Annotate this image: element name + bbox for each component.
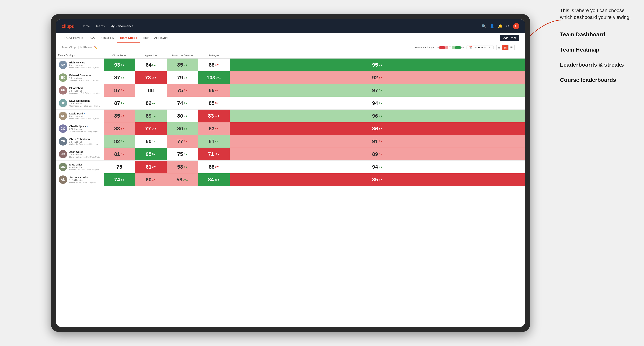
nav-link-home[interactable]: Home	[82, 24, 90, 29]
player-cell-9[interactable]: ANAaron Nicholls11-15 HandicapDrift Golf…	[56, 173, 104, 186]
player-name: Blair McHarg	[69, 61, 101, 64]
score-cell-9-1[interactable]: 601▼	[135, 173, 166, 186]
score-cell-5-0[interactable]: 833▼	[104, 122, 135, 135]
score-cell-3-1[interactable]: 824▲	[135, 97, 166, 110]
tab-pgat-players[interactable]: PGAT Players	[62, 33, 86, 43]
player-cell-3[interactable]: DBDave Billingham1-5 HandicapGog Magog G…	[56, 97, 104, 110]
annotation-item-1: Team Heatmap	[560, 46, 634, 53]
view-list-button[interactable]: ☰	[508, 45, 514, 50]
search-icon[interactable]: 🔍	[482, 24, 486, 28]
score-cell-5-3[interactable]: 836▼	[198, 122, 230, 135]
settings-icon[interactable]: ⚙	[506, 24, 510, 28]
tab-pga[interactable]: PGA	[86, 33, 98, 43]
score-cell-4-4[interactable]: 963▲	[230, 110, 525, 122]
score-cell-3-2[interactable]: 741▲	[166, 97, 198, 110]
score-cell-8-4[interactable]: 943▲	[230, 161, 525, 173]
score-cell-5-2[interactable]: 801▲	[166, 122, 198, 135]
score-cell-9-0[interactable]: 748▲	[104, 173, 135, 186]
score-cell-3-4[interactable]: 941▲	[230, 97, 525, 110]
table-row: CQCharlie Quick✓6-10 HandicapSt. George'…	[56, 122, 525, 135]
score-cell-0-4[interactable]: 959▲	[230, 58, 525, 71]
score-cell-6-0[interactable]: 823▲	[104, 135, 135, 148]
player-avatar: AN	[59, 175, 67, 184]
score-value: 83	[208, 113, 214, 119]
score-cell-0-3[interactable]: 881▼	[198, 58, 230, 71]
score-cell-0-2[interactable]: 858▲	[166, 58, 198, 71]
tab-team-clippd[interactable]: Team Clippd	[117, 33, 140, 43]
score-cell-2-3[interactable]: 866▼	[198, 84, 230, 97]
tab-all-players[interactable]: All Players	[152, 33, 171, 43]
tab-hcaps[interactable]: Hcaps 1-5	[98, 33, 117, 43]
player-cell-5[interactable]: CQCharlie Quick✓6-10 HandicapSt. George'…	[56, 122, 104, 135]
col-header-approach[interactable]: Approach —	[135, 52, 166, 58]
view-heatmap-button[interactable]: ▦	[502, 45, 508, 50]
score-cell-4-2[interactable]: 803▲	[166, 110, 198, 122]
score-cell-9-3[interactable]: 8421▲	[198, 173, 230, 186]
score-cell-6-3[interactable]: 814▲	[198, 135, 230, 148]
score-cell-2-2[interactable]: 753▼	[166, 84, 198, 97]
score-cell-4-0[interactable]: 853▼	[104, 110, 135, 122]
col-header-player[interactable]: Player Quality ↓	[56, 52, 104, 58]
view-grid-button[interactable]: ⊞	[496, 45, 502, 50]
score-cell-3-3[interactable]: 853▼	[198, 97, 230, 110]
avatar[interactable]: U	[513, 23, 520, 29]
score-cell-8-2[interactable]: 584▲	[166, 161, 198, 173]
edit-icon[interactable]: ✏️	[94, 46, 98, 49]
player-cell-0[interactable]: BMBlair McHargPlus HandicapRoyal North D…	[56, 58, 104, 71]
score-cell-7-0[interactable]: 813▼	[104, 148, 135, 161]
score-cell-1-3[interactable]: 10315▲	[198, 71, 230, 84]
score-value: 71	[208, 151, 214, 157]
last-rounds-button[interactable]: 📅 Last Rounds: 20	[466, 45, 493, 50]
col-header-around-green[interactable]: Around the Green —	[166, 52, 198, 58]
score-cell-6-2[interactable]: 773▼	[166, 135, 198, 148]
score-change: 4▲	[215, 140, 219, 143]
score-cell-9-4[interactable]: 854▼	[230, 173, 525, 186]
score-cell-1-2[interactable]: 799▲	[166, 71, 198, 84]
score-cell-8-1[interactable]: 613▼	[135, 161, 166, 173]
score-cell-4-3[interactable]: 8310▼	[198, 110, 230, 122]
tab-tour[interactable]: Tour	[140, 33, 152, 43]
score-cell-8-0[interactable]: 75	[104, 161, 135, 173]
score-cell-6-1[interactable]: 602▲	[135, 135, 166, 148]
add-team-button[interactable]: Add Team	[500, 35, 520, 41]
score-cell-2-4[interactable]: 975▲	[230, 84, 525, 97]
nav-link-myperformance[interactable]: My Performance	[110, 24, 134, 29]
score-cell-2-0[interactable]: 873▼	[104, 84, 135, 97]
bell-icon[interactable]: 🔔	[498, 24, 502, 28]
view-download-button[interactable]: ↓	[514, 45, 520, 50]
score-value: 85	[208, 100, 214, 106]
score-cell-2-1[interactable]: 88	[135, 84, 166, 97]
score-cell-1-0[interactable]: 871▲	[104, 71, 135, 84]
player-cell-1[interactable]: ECEdward Crossman1-5 HandicapSunningdale…	[56, 71, 104, 84]
score-cell-0-0[interactable]: 936▲	[104, 58, 135, 71]
col-header-putting[interactable]: Putting —	[198, 52, 230, 58]
score-cell-4-1[interactable]: 897▲	[135, 110, 166, 122]
score-cell-1-1[interactable]: 7311▼	[135, 71, 166, 84]
score-change: 2▼	[379, 153, 382, 156]
score-cell-1-4[interactable]: 923▼	[230, 71, 525, 84]
score-value: 58	[177, 164, 183, 170]
score-cell-9-2[interactable]: 5810▲	[166, 173, 198, 186]
player-cell-7[interactable]: JCJosh Coles1-5 HandicapRoyal North Devo…	[56, 148, 104, 161]
score-cell-5-4[interactable]: 868▼	[230, 122, 525, 135]
player-cell-4[interactable]: DFDavid Ford✓Plus HandicapRoyal North De…	[56, 110, 104, 122]
score-cell-8-3[interactable]: 882▼	[198, 161, 230, 173]
score-cell-7-1[interactable]: 958▲	[135, 148, 166, 161]
score-value: 86	[372, 126, 378, 132]
player-cell-6[interactable]: CRChris Robertson✓1-5 HandicapCraigmilla…	[56, 135, 104, 148]
person-icon[interactable]: 👤	[490, 24, 494, 28]
col-header-off-tee[interactable]: Off the Tee —	[104, 52, 135, 58]
player-cell-2[interactable]: EEElliot Ebert1-5 HandicapSunningdale Go…	[56, 84, 104, 97]
score-cell-0-1[interactable]: 846▲	[135, 58, 166, 71]
score-cell-7-4[interactable]: 892▼	[230, 148, 525, 161]
nav-link-teams[interactable]: Teams	[96, 24, 105, 29]
score-cell-6-4[interactable]: 913▼	[230, 135, 525, 148]
score-value: 80	[177, 126, 183, 132]
score-cell-5-1[interactable]: 7714▼	[135, 122, 166, 135]
score-cell-7-3[interactable]: 7111▼	[198, 148, 230, 161]
player-cell-8[interactable]: MMMatt Miller6-10 HandicapWoburn Golf Cl…	[56, 161, 104, 173]
score-cell-3-0[interactable]: 874▲	[104, 97, 135, 110]
table-row: MMMatt Miller6-10 HandicapWoburn Golf Cl…	[56, 161, 525, 173]
score-cell-7-2[interactable]: 752▲	[166, 148, 198, 161]
player-handicap: 6-10 Handicap	[69, 128, 101, 130]
